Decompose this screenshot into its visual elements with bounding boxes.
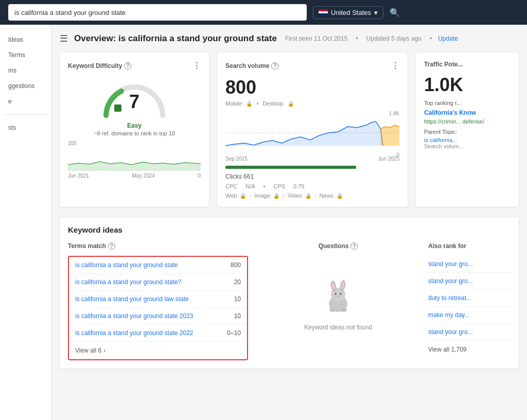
tp-title-text: Traffic Pote...	[424, 61, 463, 68]
sv-cps-value: 0.79	[293, 183, 304, 189]
sv-clicks-stat: Clicks 661	[225, 173, 399, 180]
lock-image: 🔒	[273, 193, 279, 199]
tp-link[interactable]: California's Know	[424, 109, 511, 116]
chevron-down-icon: ▾	[374, 9, 378, 16]
sv-card-title: Search volume ? ⋮	[225, 61, 399, 71]
lock-icon-mobile: 🔒	[246, 101, 252, 107]
page-title: Overview: is california a stand your gro…	[74, 33, 277, 44]
hamburger-icon[interactable]: ☰	[60, 33, 68, 44]
terms-match-info-icon[interactable]: ?	[108, 242, 115, 250]
keyword-ideas-section: Keyword ideas Terms match ? is californi…	[60, 217, 519, 369]
sv-modes: Mobile 🔒 • Desktop 🔒	[225, 100, 399, 107]
view-all-terms[interactable]: View all 6 ›	[69, 342, 247, 359]
sv-clicks-label: Clicks	[225, 173, 242, 180]
keyword-difficulty-card: Keyword Difficulty ? ⋮ 7 Easy	[60, 52, 209, 207]
ki-volume-0: 800	[231, 261, 241, 269]
sv-clicks-bar	[225, 166, 356, 169]
ki-keyword-1: is california a stand your ground state?	[75, 278, 181, 286]
sidebar-item-e[interactable]: e	[4, 95, 47, 108]
dot3: •	[314, 192, 317, 199]
ki-title: Keyword ideas	[68, 225, 511, 234]
ki-row-2[interactable]: is california a stand your ground law st…	[69, 291, 247, 308]
questions-col: Questions ?	[248, 242, 428, 360]
tp-parent-link[interactable]: is california...	[424, 137, 511, 143]
gauge-label: Easy	[68, 122, 201, 129]
also-rank-view-all[interactable]: View all 1,709	[428, 341, 511, 358]
questions-label: Questions	[319, 242, 349, 250]
sidebar-item-sts[interactable]: sts	[4, 121, 47, 134]
update-link[interactable]: Update	[438, 35, 458, 42]
rabbit-illustration	[318, 276, 359, 318]
traffic-potential-card: Traffic Pote... 1.0K Top ranking r... Ca…	[416, 52, 519, 207]
sv-sep: •	[256, 100, 258, 107]
ki-row-3[interactable]: is california a stand your ground state …	[69, 308, 247, 325]
tp-url[interactable]: https://crimin... defense/	[424, 118, 511, 125]
kd-scale-max: 100	[68, 141, 77, 146]
sv-desktop: Desktop	[262, 100, 283, 107]
main-content: ☰ Overview: is california a stand your g…	[51, 25, 527, 420]
search-button[interactable]: 🔍	[390, 8, 400, 18]
search-input[interactable]	[8, 4, 307, 21]
tp-sv: Search volum...	[424, 143, 511, 149]
lock-icon-desktop: 🔒	[288, 101, 294, 107]
cards-row: Keyword Difficulty ? ⋮ 7 Easy	[60, 52, 519, 207]
ki-keyword-0: is california a stand your ground state	[75, 261, 178, 269]
also-rank-item-1[interactable]: stand your gro...	[428, 273, 511, 290]
sidebar-divider	[4, 114, 47, 115]
dot1: •	[249, 192, 251, 199]
ki-row-4[interactable]: is california a stand your ground state …	[69, 325, 247, 342]
sidebar-item-ideas[interactable]: Ideas	[4, 33, 47, 46]
kd-menu-icon[interactable]: ⋮	[192, 61, 201, 71]
also-rank-item-4[interactable]: stand your gro...	[428, 324, 511, 341]
sv-menu-icon[interactable]: ⋮	[391, 61, 399, 71]
ki-row-0[interactable]: is california a stand your ground state …	[69, 257, 247, 274]
sv-search-types: Web 🔒 • Image 🔒 • Video 🔒 • News 🔒	[225, 192, 399, 199]
sidebar-item-ms[interactable]: ms	[4, 64, 47, 77]
also-rank-item-3[interactable]: make my day...	[428, 307, 511, 324]
also-rank-view-all-label: View all 1,709	[428, 346, 467, 353]
terms-match-box: is california a stand your ground state …	[68, 256, 248, 360]
country-selector[interactable]: United States ▾	[313, 6, 383, 19]
gauge-container: 7	[98, 77, 170, 118]
kd-chart	[68, 150, 201, 171]
kd-scale: 100	[68, 141, 201, 146]
kd-title-text: Keyword Difficulty	[68, 62, 122, 69]
gauge-sublabel: ~8 ref. domains to rank in top 10	[68, 130, 201, 136]
sv-mobile: Mobile	[225, 100, 242, 107]
svg-point-15	[341, 308, 347, 312]
sv-info-icon[interactable]: ?	[271, 62, 278, 69]
search-icon: 🔍	[390, 8, 400, 18]
sv-cps-label: CPS	[273, 183, 285, 189]
no-questions-text: Keyword ideas not found	[304, 324, 372, 331]
ki-volume-3: 10	[234, 312, 241, 320]
dot2: •	[283, 192, 285, 199]
questions-info-icon[interactable]: ?	[350, 242, 358, 250]
svg-point-11	[335, 293, 337, 295]
sv-bar-container	[225, 166, 399, 169]
sv-cpc-value: N/A	[245, 183, 255, 189]
kd-info-icon[interactable]: ?	[124, 62, 131, 69]
terms-match-title: Terms match ?	[68, 242, 248, 250]
kd-chart-svg	[68, 150, 201, 171]
also-rank-item-0[interactable]: stand your gro...	[428, 256, 511, 273]
terms-match-col: Terms match ? is california a stand your…	[68, 242, 248, 360]
sv-scale-bottom: 0	[396, 152, 399, 158]
sidebar-item-terms[interactable]: Terms	[4, 48, 47, 62]
ki-keyword-4: is california a stand your ground state …	[75, 329, 193, 337]
view-all-label: View all 6	[75, 347, 101, 354]
separator-dot: •	[356, 35, 358, 42]
page-header: ☰ Overview: is california a stand your g…	[60, 33, 519, 44]
ki-columns: Terms match ? is california a stand your…	[68, 242, 511, 360]
ki-volume-2: 10	[234, 295, 241, 303]
also-rank-item-2[interactable]: duty to retreat...	[428, 290, 511, 307]
sidebar-item-ggestions[interactable]: ggestions	[4, 79, 47, 93]
sv-chart-svg	[225, 117, 399, 151]
lock-video: 🔒	[305, 193, 311, 199]
sv-cpc-label: CPC	[225, 183, 237, 189]
sv-cpc-cps: CPC N/A • CPS 0.79	[225, 183, 399, 189]
ki-volume-1: 20	[234, 278, 241, 286]
ki-row-1[interactable]: is california a stand your ground state?…	[69, 274, 247, 291]
kd-dates: Jun 2021 May 2024 0	[68, 173, 201, 179]
svg-point-12	[340, 293, 342, 295]
sv-scale-top: 1.4K	[389, 111, 399, 116]
